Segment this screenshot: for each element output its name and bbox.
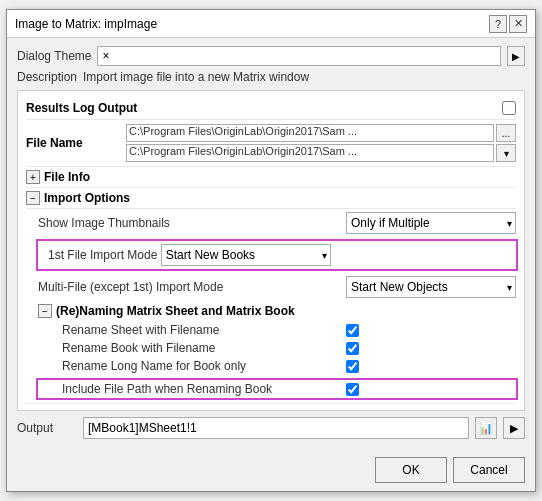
rename-book-checkbox[interactable] <box>346 342 359 355</box>
file-name-label: File Name <box>26 136 126 150</box>
buttons-row: OK Cancel <box>7 451 535 491</box>
output-label: Output <box>17 421 77 435</box>
thumbnails-row: Show Image Thumbnails Only if Multiple A… <box>26 209 516 237</box>
rename-book-label: Rename Book with Filename <box>62 341 346 355</box>
help-button[interactable]: ? <box>489 15 507 33</box>
main-panel: Results Log Output File Name C:\Program … <box>17 90 525 411</box>
title-bar: Image to Matrix: impImage ? ✕ <box>7 10 535 38</box>
results-log-checkbox[interactable] <box>502 101 516 115</box>
description-value: Import image file into a new Matrix wind… <box>83 70 309 84</box>
cancel-button[interactable]: Cancel <box>453 457 525 483</box>
file-path-1: C:\Program Files\OriginLab\Origin2017\Sa… <box>126 124 494 142</box>
file-name-inputs: C:\Program Files\OriginLab\Origin2017\Sa… <box>126 124 516 162</box>
include-path-row: Include File Path when Renaming Book <box>36 378 518 400</box>
file-info-row[interactable]: + File Info <box>26 167 516 188</box>
description-row: Description Import image file into a new… <box>17 70 525 84</box>
rename-sheet-row: Rename Sheet with Filename <box>38 321 516 339</box>
rename-long-checkbox-cell <box>346 360 516 373</box>
import-options-label: Import Options <box>44 191 130 205</box>
file-info-label: File Info <box>44 170 90 184</box>
rename-book-checkbox-cell <box>346 342 516 355</box>
rename-sheet-checkbox-cell <box>346 324 516 337</box>
theme-input[interactable] <box>97 46 501 66</box>
multi-file-select-wrapper: Start New Objects Start New Books Replac… <box>346 276 516 298</box>
rename-long-label: Rename Long Name for Book only <box>62 359 346 373</box>
rename-long-checkbox[interactable] <box>346 360 359 373</box>
title-controls: ? ✕ <box>489 15 527 33</box>
multi-file-label: Multi-File (except 1st) Import Mode <box>38 280 346 294</box>
file-info-expand-icon[interactable]: + <box>26 170 40 184</box>
import-options-section: − Import Options Show Image Thumbnails O… <box>26 188 516 404</box>
description-label: Description <box>17 70 77 84</box>
results-log-label: Results Log Output <box>26 101 502 115</box>
theme-row: Dialog Theme ▶ <box>17 46 525 66</box>
include-path-checkbox[interactable] <box>346 383 359 396</box>
multi-file-select[interactable]: Start New Objects Start New Books Replac… <box>346 276 516 298</box>
output-graph-button[interactable]: 📊 <box>475 417 497 439</box>
dialog-content: Dialog Theme ▶ Description Import image … <box>7 38 535 451</box>
renaming-header[interactable]: − (Re)Naming Matrix Sheet and Matrix Boo… <box>38 301 516 321</box>
thumbnails-select-wrapper: Only if Multiple Always Never <box>346 212 516 234</box>
rename-long-row: Rename Long Name for Book only <box>38 357 516 375</box>
output-arrow-button[interactable]: ▶ <box>503 417 525 439</box>
first-file-wrapper: 1st File Import Mode Start New Books Sta… <box>26 237 516 273</box>
output-row: Output 📊 ▶ <box>17 411 525 443</box>
first-file-row: 1st File Import Mode Start New Books Sta… <box>36 239 518 271</box>
first-file-label: 1st File Import Mode <box>48 248 157 262</box>
import-options-header[interactable]: − Import Options <box>26 188 516 209</box>
include-path-wrapper: Include File Path when Renaming Book <box>38 375 516 403</box>
close-button[interactable]: ✕ <box>509 15 527 33</box>
theme-arrow-button[interactable]: ▶ <box>507 46 525 66</box>
rename-sheet-label: Rename Sheet with Filename <box>62 323 346 337</box>
rename-book-row: Rename Book with Filename <box>38 339 516 357</box>
include-path-label: Include File Path when Renaming Book <box>62 382 346 396</box>
output-input[interactable] <box>83 417 469 439</box>
thumbnails-select[interactable]: Only if Multiple Always Never <box>346 212 516 234</box>
file-browse-button-1[interactable]: ... <box>496 124 516 142</box>
include-path-checkbox-cell <box>346 383 516 396</box>
first-file-select[interactable]: Start New Books Start New Objects Replac… <box>161 244 331 266</box>
ok-button[interactable]: OK <box>375 457 447 483</box>
first-file-select-wrapper: Start New Books Start New Objects Replac… <box>161 244 331 266</box>
file-path-2: C:\Program Files\OriginLab\Origin2017\Sa… <box>126 144 494 162</box>
renaming-section: − (Re)Naming Matrix Sheet and Matrix Boo… <box>26 301 516 403</box>
file-input-row-2: C:\Program Files\OriginLab\Origin2017\Sa… <box>126 144 516 162</box>
file-input-row-1: C:\Program Files\OriginLab\Origin2017\Sa… <box>126 124 516 142</box>
results-log-row: Results Log Output <box>26 97 516 120</box>
rename-sheet-checkbox[interactable] <box>346 324 359 337</box>
file-arrow-button[interactable]: ▾ <box>496 144 516 162</box>
renaming-label: (Re)Naming Matrix Sheet and Matrix Book <box>56 304 295 318</box>
multi-file-row: Multi-File (except 1st) Import Mode Star… <box>26 273 516 301</box>
import-options-expand-icon[interactable]: − <box>26 191 40 205</box>
file-name-row: File Name C:\Program Files\OriginLab\Ori… <box>26 120 516 167</box>
main-dialog: Image to Matrix: impImage ? ✕ Dialog The… <box>6 9 536 492</box>
renaming-expand-icon[interactable]: − <box>38 304 52 318</box>
thumbnails-label: Show Image Thumbnails <box>38 216 346 230</box>
dialog-title: Image to Matrix: impImage <box>15 17 157 31</box>
theme-label: Dialog Theme <box>17 49 91 63</box>
